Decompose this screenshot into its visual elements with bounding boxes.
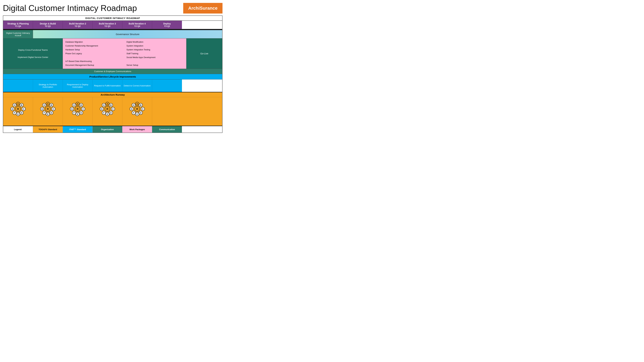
svg-text:D: D: [21, 112, 22, 114]
pink-item-8: Staff Training: [126, 52, 184, 55]
svg-text:F: F: [103, 112, 104, 114]
pink-item-10: Social Media Apps Development: [126, 56, 184, 59]
togaf-wheel-4: H A B C D E F G R: [98, 102, 117, 121]
svg-text:A: A: [106, 103, 108, 105]
teal-col1: Deploy Cross-Functional Teams Implement …: [3, 38, 63, 69]
svg-text:B: B: [110, 104, 112, 106]
svg-text:A: A: [47, 103, 48, 105]
svg-text:R: R: [106, 108, 108, 110]
svg-text:C: C: [53, 108, 54, 110]
svg-text:A: A: [17, 103, 19, 105]
svg-text:E: E: [47, 113, 48, 115]
pink-item-5: Hardware Setup: [65, 48, 123, 51]
svg-text:C: C: [82, 108, 84, 110]
svg-text:C: C: [112, 108, 114, 110]
svg-text:C: C: [23, 108, 24, 110]
svg-text:H: H: [103, 104, 104, 106]
auto-cell-empty-2: [152, 79, 182, 92]
svg-text:B: B: [80, 104, 82, 106]
legend-work-packages: Work Packages: [122, 126, 152, 133]
phase-cell-1: Strategy & Planning Y1 Q4: [3, 21, 33, 29]
governance-span: Governance Structure: [33, 30, 222, 38]
arch-cell-5: H A B C D E F G R: [122, 97, 152, 126]
svg-text:E: E: [136, 113, 138, 115]
svg-text:D: D: [80, 112, 82, 114]
svg-text:G: G: [101, 108, 102, 110]
legend-togaf: TOGAF® Standard: [33, 126, 63, 133]
auto-cell-detect: Detect to Correct Automation: [122, 79, 152, 92]
pink-item-4: System Integration: [126, 44, 184, 47]
main-content-row: Deploy Cross-Functional Teams Implement …: [3, 38, 222, 69]
arch-cell-6: [152, 97, 182, 126]
brand-badge: ArchiSurance: [183, 3, 222, 13]
svg-text:F: F: [44, 112, 45, 114]
svg-text:H: H: [73, 104, 75, 106]
svg-text:R: R: [17, 108, 19, 110]
svg-text:H: H: [44, 104, 45, 106]
svg-text:G: G: [131, 108, 132, 110]
auto-cell-requirement: Requirement to Deploy Automation: [63, 79, 92, 92]
legend-communication: Communication: [152, 126, 182, 133]
arch-header: Architecture Runway: [3, 92, 222, 97]
auto-cell-strategy: Strategy to Portfolio Automation: [33, 79, 63, 92]
roadmap-title-bar: DIGITAL CUSTOMER INTIMACY ROADMAP: [3, 16, 222, 21]
teal-col3: Go-Live: [186, 38, 222, 69]
svg-text:H: H: [14, 104, 15, 106]
svg-text:H: H: [133, 104, 134, 106]
lifecycle-header: Product/Service Lifecycle Improvements: [3, 74, 222, 79]
arch-content-row: H A B C D E: [3, 97, 222, 126]
legend-label: Legend:: [3, 126, 33, 133]
arch-cell-3: H A B C D E F G R: [63, 97, 92, 126]
svg-text:E: E: [18, 113, 19, 115]
svg-text:E: E: [77, 113, 78, 115]
pink-item-9: [65, 56, 123, 59]
legend-org: Organization: [92, 126, 122, 133]
svg-text:C: C: [142, 108, 144, 110]
svg-text:A: A: [77, 103, 78, 105]
togaf-wheel-2: H A B C D E F G R: [38, 102, 58, 121]
svg-text:R: R: [47, 108, 49, 110]
pink-item-3: Customer Relationship Management: [65, 44, 123, 47]
svg-text:R: R: [77, 108, 78, 110]
svg-text:B: B: [21, 104, 22, 106]
phase-cell-4: Build Iteration 3 Y2 Q3: [92, 21, 122, 29]
pink-item-6: System Integration Testing: [126, 48, 184, 51]
legend-row: Legend: TOGAF® Standard IT4IT™ Standard …: [3, 126, 222, 133]
togaf-wheel-5: H A B C D E F G R: [128, 102, 147, 121]
togaf-wheel-1: H A B C D E: [8, 102, 28, 121]
svg-text:G: G: [71, 108, 73, 110]
arch-cell-2: H A B C D E F G R: [33, 97, 63, 126]
svg-text:B: B: [140, 104, 141, 106]
arch-cell-4: H A B C D E F G R: [92, 97, 122, 126]
svg-text:E: E: [107, 113, 108, 115]
pink-item-1: Database Migration: [65, 40, 123, 44]
automation-row: Strategy to Portfolio Automation Require…: [3, 79, 222, 92]
svg-text:F: F: [133, 112, 134, 114]
page-title: Digital Customer Intimacy Roadmap: [3, 3, 137, 13]
svg-text:D: D: [110, 112, 112, 114]
svg-text:B: B: [50, 104, 52, 106]
phase-cell-2: Design & Build Y2 Q1: [33, 21, 63, 29]
pink-item-2: Digital Modification: [126, 40, 184, 44]
comms-row: Customer & Employee Communications: [3, 69, 222, 74]
svg-text:F: F: [74, 112, 75, 114]
phase-header-row: Strategy & Planning Y1 Q4 Design & Build…: [3, 21, 222, 29]
page-wrapper: Digital Customer Intimacy Roadmap ArchiS…: [0, 0, 226, 135]
pink-work-packages: Database Migration Digital Modification …: [63, 38, 186, 69]
phase-cell-5: Build Iteration 4 Y2 Q4: [122, 21, 152, 29]
svg-text:F: F: [14, 112, 15, 114]
pink-item-7: Phase Out Legacy: [65, 52, 123, 55]
svg-text:A: A: [136, 103, 138, 105]
legend-it4it: IT4IT™ Standard: [63, 126, 92, 133]
phase-cell-6: Deploy Y3 Q1: [152, 21, 182, 29]
svg-text:D: D: [50, 112, 52, 114]
pink-item-13: Document Management Backup: [65, 63, 123, 67]
roadmap-container: DIGITAL CUSTOMER INTIMACY ROADMAP Strate…: [3, 15, 222, 133]
svg-text:R: R: [136, 108, 138, 110]
svg-text:G: G: [12, 108, 13, 110]
auto-cell-empty-1: [3, 79, 33, 92]
pink-item-12: [126, 60, 184, 63]
togaf-wheel-3: H A B C D E F G R: [68, 102, 87, 121]
pink-item-14: Server Setup: [126, 63, 184, 67]
arch-cell-1: H A B C D E: [3, 97, 33, 126]
